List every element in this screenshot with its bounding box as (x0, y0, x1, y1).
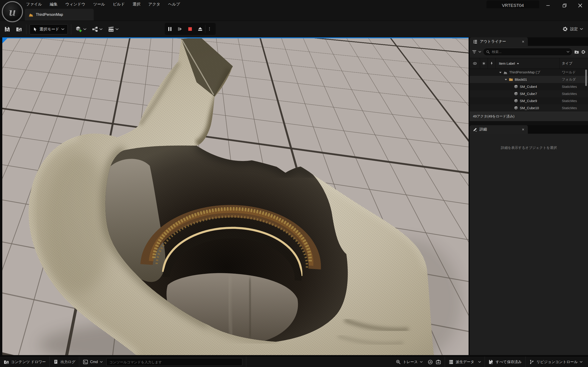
menu-select[interactable]: 選択 (129, 0, 145, 8)
status-bar: コンテンツ ドロワー 出力ログ Cmd トレース 派生データ すべて保存済み リ… (0, 356, 588, 367)
chevron-down-icon (478, 361, 481, 363)
content-browser-button[interactable] (13, 24, 25, 35)
table-row[interactable]: Block01 フォルダ (470, 76, 588, 83)
gear-icon[interactable] (581, 50, 586, 54)
outliner-tree: ThirdPersonMap (プ ワールド Block01 フォルダ SM_C… (470, 69, 588, 111)
table-row[interactable]: ThirdPersonMap (プ ワールド (470, 69, 588, 76)
play-controls (165, 23, 216, 35)
add-actor-icon (75, 26, 82, 33)
chevron-down-icon[interactable] (478, 51, 481, 53)
type-column-header[interactable]: タイプ (560, 58, 588, 69)
details-empty-message: 詳細を表示するオブジェクトを選択 (501, 146, 557, 355)
cursor-icon (33, 27, 37, 31)
output-log-icon (53, 359, 58, 365)
outliner-scrollbar[interactable] (585, 69, 587, 86)
scene-fabric-bag-object (2, 37, 468, 355)
menu-help[interactable]: ヘルプ (164, 0, 184, 8)
output-log-button[interactable]: 出力ログ (50, 357, 79, 367)
search-input[interactable]: 検索... (483, 48, 572, 56)
sort-ascending-icon (517, 63, 519, 64)
new-folder-icon[interactable] (574, 50, 579, 54)
console-command-input[interactable] (106, 358, 242, 366)
tab-details[interactable]: 詳細 (470, 125, 528, 134)
content-drawer-icon (4, 359, 9, 365)
insights-session-button[interactable] (426, 357, 434, 367)
menu-window[interactable]: ウィンドウ (61, 0, 89, 8)
revision-control-button[interactable]: リビジョンコントロール (526, 357, 588, 367)
details-panel-body: 詳細を表示するオブジェクトを選択 (470, 134, 588, 355)
gauge-camera-icon (436, 359, 441, 365)
viewport[interactable] (2, 37, 468, 355)
visibility-column-header[interactable] (470, 58, 480, 69)
gear-icon (562, 26, 568, 32)
settings-button[interactable]: 設定 (562, 23, 583, 35)
save-button[interactable] (1, 24, 13, 35)
pause-button[interactable] (165, 23, 175, 35)
level-tab-label: ThirdPersonMap (36, 13, 63, 17)
menu-edit[interactable]: 編集 (46, 0, 61, 8)
world-icon (503, 70, 508, 75)
chevron-down-icon (100, 361, 103, 363)
menu-file[interactable]: ファイル (22, 0, 46, 8)
table-row[interactable]: SM_Cube7 StaticMes (470, 90, 588, 97)
static-mesh-icon (514, 106, 518, 110)
add-actor-button[interactable] (73, 24, 89, 35)
blueprints-icon (92, 26, 98, 32)
gauge-circle-icon (428, 359, 433, 365)
insights-snapshot-button[interactable] (434, 357, 442, 367)
branch-icon (529, 359, 534, 365)
play-options-button[interactable] (205, 23, 214, 35)
eject-button[interactable] (195, 23, 205, 35)
table-row[interactable]: SM_Cube10 StaticMes (470, 104, 588, 111)
chevron-down-icon (580, 28, 583, 30)
viewport-active-border (2, 37, 468, 38)
viewport-corner-marker (2, 37, 8, 43)
blueprints-button[interactable] (89, 24, 105, 35)
item-label-column-header[interactable]: Item Label (496, 58, 560, 69)
chevron-down-icon[interactable] (505, 79, 507, 81)
chevron-down-icon (99, 28, 103, 30)
derived-data-button[interactable]: 派生データ (445, 357, 485, 367)
save-status-button[interactable]: すべて保存済み (485, 357, 526, 367)
chevron-down-icon (420, 361, 423, 363)
save-check-icon (489, 359, 493, 365)
chevron-down-icon (580, 361, 582, 363)
favorite-column-header[interactable] (480, 58, 488, 69)
chevron-down-icon[interactable] (499, 72, 502, 73)
outliner-toolbar: 検索... (470, 46, 588, 58)
unreal-logo-icon: u (2, 1, 23, 22)
tab-outliner[interactable]: アウトライナー (470, 37, 528, 46)
server-stack-icon (449, 359, 454, 365)
static-mesh-icon (514, 84, 518, 89)
menu-actor[interactable]: アクタ (145, 0, 164, 8)
stop-button[interactable] (185, 23, 195, 35)
folder-icon (509, 77, 513, 82)
filter-icon[interactable] (472, 50, 477, 54)
pin-column-header[interactable] (488, 58, 496, 69)
static-mesh-icon (514, 92, 518, 96)
pencil-icon (473, 127, 477, 132)
table-row[interactable]: SM_Cube9 StaticMes (470, 97, 588, 104)
right-dock-panel: アウトライナー 検索... Item Label タイプ (470, 37, 588, 355)
chevron-down-icon (61, 28, 64, 30)
menu-build[interactable]: ビルド (109, 0, 129, 8)
table-row[interactable]: SM_Cube4 StaticMes (470, 83, 588, 90)
outliner-status-text: 49アクタ(49をロード済み) (470, 111, 588, 121)
close-icon[interactable] (522, 128, 525, 131)
editor-mode-select[interactable]: 選択モード (30, 24, 68, 34)
trace-button[interactable]: トレース (392, 357, 426, 367)
level-icon (28, 12, 34, 17)
search-icon (486, 50, 490, 54)
chevron-down-icon[interactable] (567, 51, 569, 53)
chevron-down-icon (115, 28, 119, 30)
cmd-selector[interactable]: Cmd (79, 357, 106, 367)
tab-thirdpersonmap[interactable]: ThirdPersonMap (25, 9, 94, 21)
cinematics-button[interactable] (105, 24, 121, 35)
step-play-button[interactable] (175, 23, 185, 35)
trace-icon (396, 359, 401, 365)
menu-tools[interactable]: ツール (89, 0, 109, 8)
outliner-tree-icon (473, 40, 477, 44)
content-drawer-button[interactable]: コンテンツ ドロワー (0, 357, 49, 367)
close-icon[interactable] (522, 40, 525, 43)
chevron-down-icon (83, 28, 86, 30)
